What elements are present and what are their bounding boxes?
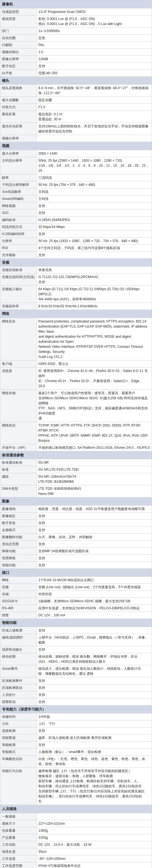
- spec-value: 120dB: [37, 55, 152, 62]
- spec-label: SIM卡类型: [0, 485, 37, 497]
- spec-label: 分辨率: [0, 237, 37, 244]
- spec-value: DC 12V，100 mA: [37, 612, 152, 619]
- spec-value: 上行、下行: [37, 720, 152, 727]
- spec-label: 报警联动: [0, 698, 37, 705]
- spec-value: 5G NR,LTE-FDD,LTE-TDD: [37, 466, 152, 473]
- table-row: 网络安全Password protection, complicated pas…: [0, 318, 152, 360]
- spec-value: 支持: [37, 540, 152, 548]
- spec-label: 浏览器: [0, 367, 37, 390]
- table-row: 网络存储最多2个用户，可公路成用户的替用：接管员，普通员，观看用户 支持Micr…: [0, 390, 152, 422]
- spec-value: 越界，区域入侵检测 进入区域检测 离开区域检测: [37, 735, 152, 741]
- table-row: 主码流分辨率50Hz: 25 fps (2560 × 1440，1920 × 1…: [0, 157, 152, 174]
- spec-label: 包装重量: [0, 827, 37, 834]
- table-row: 走廊模式支持: [0, 526, 152, 533]
- spec-value: 1/4年版: [37, 713, 152, 720]
- section-header-2: 视频: [0, 142, 152, 150]
- table-row: Smart265编码主码流: [0, 195, 152, 202]
- spec-value: 支持: [37, 202, 152, 209]
- section-title: 音频: [0, 258, 152, 267]
- spec-value: 1.0: [37, 49, 152, 55]
- table-row: 数字变焦支持: [0, 519, 152, 526]
- section-title: 视频: [0, 142, 152, 150]
- spec-label: 智能模式: [0, 748, 37, 755]
- table-row: 频段5G-NR: n28/n41/n78/n79 LTE-FDD: B1/B3/…: [0, 473, 152, 485]
- table-row: 场景联动输出支持: [0, 646, 152, 653]
- spec-label: 音频输入输出: [0, 286, 37, 303]
- spec-value: PAL: [37, 41, 152, 49]
- spec-value: 支持: [37, 512, 152, 519]
- spec-label: 智能警戒: [0, 735, 37, 741]
- spec-value: 支持: [37, 741, 152, 748]
- table-row: 图像翻转功能白天，夜晚，自动，定时，外部触发: [0, 533, 152, 540]
- table-row: 降噪功能支持MP 24倍调整区域可选图区域: [0, 548, 152, 555]
- spec-value: 应用中长巡逻，支持协议为HIKVISION，PELCO-D和PELCO-D协议: [37, 605, 152, 612]
- spec-value: 外部外部: [37, 591, 152, 598]
- spec-value: 人脸检测（默认）：smart事件，混合检测: [37, 748, 152, 755]
- spec-value: 35cm: [37, 848, 152, 855]
- table-row: H.265编码码率支持: [0, 230, 152, 237]
- spec-label: 产品重量: [0, 834, 37, 841]
- table-row: 开放平台（API）开放的接口标准规范接口, SA Platform 2011-2…: [0, 444, 152, 451]
- table-row: ROI4个支持王码流，子码流，第三组均可设置8个隐私区域: [0, 244, 152, 251]
- table-row: 帧率三流码流: [0, 174, 152, 181]
- table-row: 数字动态支持: [0, 62, 152, 69]
- section-title: 人员规格: [0, 805, 152, 813]
- table-row: 最低照度彩色: 0.0001 Lux @ (F1.0，AGC ON) 黑白: 0…: [0, 15, 152, 27]
- spec-value: H.265/H.264/MJPEG: [37, 216, 152, 223]
- spec-label: 音频采样率: [0, 303, 37, 310]
- spec-value: 支持: [37, 251, 152, 258]
- spec-label: 智能行为分析: [0, 768, 37, 805]
- spec-label: 移动侦测: [0, 653, 37, 665]
- spec-value: 主码流: [37, 188, 152, 195]
- table-row: 分辨率50 Hz: 25 fps (1920 × 1080，1280 × 720…: [0, 237, 152, 244]
- spec-value: 支持: [37, 691, 152, 698]
- table-row: 人员统计支持: [0, 691, 152, 698]
- table-row: Smart事件移动进入，进出检测，错误 镜头加人数统计，传统联动，人数统计功 能…: [0, 665, 152, 677]
- section-title: 接口: [0, 568, 152, 577]
- spec-value: 支持: [37, 727, 152, 735]
- spec-value: 支持: [37, 209, 152, 216]
- table-row: 存储外部外部: [0, 591, 152, 598]
- section-title: 智能功能: [0, 619, 152, 627]
- spec-value: 5G-NR: n28/n41/n78/n79 LTE-FDD: B1/B3/B8…: [37, 473, 152, 485]
- table-row: 视频分辨率: [0, 135, 152, 142]
- table-row: 图像增强饱和度，亮度，对比度，锐度，AGC 白平衡通道用户视频查询清晰可调: [0, 505, 152, 512]
- spec-label: 工作温度: [0, 855, 37, 862]
- table-row: 智能检测支持: [0, 741, 152, 748]
- table-row: 聚焦距离最近焦距: 0.1 m 普通远处: 30 m: [0, 111, 152, 123]
- spec-label: 车辆颜色识别: [0, 755, 37, 768]
- spec-label: 区域入侵检测: [0, 627, 37, 634]
- spec-label: 线缆长度: [0, 848, 37, 855]
- spec-value: 支持: [37, 519, 152, 526]
- table-row: 区域检测联动支持: [0, 684, 152, 691]
- spec-value: 越界检测 越区 上行（包含关于所有安字对应功能别的建筑区） 物体落目，遗留目标，…: [37, 768, 152, 805]
- spec-value: 白天，夜晚，自动，定时，外部触发: [37, 533, 152, 540]
- section-title: 网络: [0, 310, 152, 318]
- table-row: 工作温度范围约%0~0℃根据现场条件决定: [0, 862, 152, 868]
- spec-value: F1.0: [37, 104, 152, 111]
- spec-value: 227×120×101mm: [37, 820, 152, 827]
- spec-label: 人员统计: [0, 691, 37, 698]
- section-title: 专有能力（深度学习能力）: [0, 705, 152, 713]
- table-row: 智慧降噪支持: [0, 555, 152, 561]
- spec-label: 音频: [0, 584, 37, 591]
- table-row: 最大分辨率2560 × 1440: [0, 150, 152, 157]
- table-row: 视频信噪比1.0: [0, 49, 152, 55]
- table-row: 标准通信标准5G.NR: [0, 459, 152, 466]
- spec-value: 彩色: 0.0001 Lux @ (F1.0，AGC ON) 黑白: 0.000…: [37, 15, 152, 27]
- spec-label: 智慧降噪: [0, 555, 37, 561]
- spec-label: 工作功耗: [0, 841, 37, 848]
- spec-label: 图像增强: [0, 505, 37, 512]
- table-row: 最大光圈数固定光圈: [0, 97, 152, 104]
- table-row: 保修时间1/4年版: [0, 713, 152, 720]
- section-title: 图像: [0, 497, 152, 505]
- table-row: SIM卡类型LTE-TDD: B38/B39/B40/B41 Nano-SIM: [0, 485, 152, 497]
- table-row: 快门1s~1/100000s: [0, 27, 152, 34]
- spec-label: 子码流分辨率帧率: [0, 181, 37, 188]
- spec-label: 一般规格: [0, 813, 37, 820]
- table-row: 车辆颜色识别白色（8色）：红色、橙色、黄色、绿色、蓝色、紫色、粉色、黑色，灰 色…: [0, 755, 152, 768]
- spec-value: IE: 推荐使用IE8+，Chrome 41.0~44，Firefox 30.0…: [37, 367, 152, 390]
- spec-value: 最多2个用户，可公路成用户的替用：接管员，普通员，观看用户 支持Micro SD…: [37, 390, 152, 422]
- spec-label: 场景联动输出: [0, 646, 37, 653]
- section-header-8: 智能功能: [0, 619, 152, 627]
